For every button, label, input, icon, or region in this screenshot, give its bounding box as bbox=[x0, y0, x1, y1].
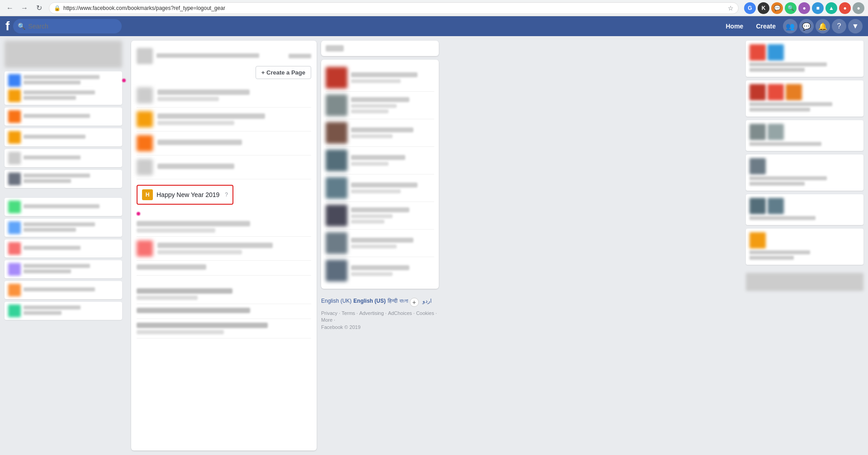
pink-dot bbox=[137, 212, 140, 216]
suggestion-item[interactable] bbox=[326, 147, 434, 174]
separator: · bbox=[334, 317, 335, 323]
pages-panel: + Create a Page bbox=[131, 41, 317, 450]
left-item-11[interactable] bbox=[5, 281, 122, 299]
far-right-group-1 bbox=[746, 41, 863, 77]
ext-icon-7[interactable]: ▲ bbox=[825, 2, 837, 14]
page-item[interactable] bbox=[137, 319, 311, 338]
highlighted-item-wrapper[interactable]: H Happy New Year 2019 ? bbox=[137, 185, 233, 205]
left-top-blur bbox=[5, 41, 122, 68]
page-item[interactable] bbox=[137, 261, 311, 276]
lang-hindi[interactable]: हिन्दी bbox=[388, 298, 398, 307]
page-item[interactable] bbox=[137, 108, 311, 131]
suggestion-item[interactable] bbox=[326, 64, 434, 92]
messenger-icon[interactable]: 💬 bbox=[799, 19, 814, 33]
center-content: + Create a Page bbox=[127, 36, 741, 455]
left-item-3[interactable] bbox=[5, 108, 122, 126]
cookies-link[interactable]: Cookies bbox=[416, 310, 434, 316]
main-layout: + Create a Page bbox=[0, 36, 868, 455]
left-item-12[interactable] bbox=[5, 302, 122, 320]
facebook-navbar: f 🔍 Home Create 👥 💬 🔔 ? ▼ bbox=[0, 16, 868, 36]
suggestion-item[interactable] bbox=[326, 230, 434, 257]
ext-icon-6[interactable]: ■ bbox=[812, 2, 824, 14]
page-item[interactable] bbox=[137, 155, 311, 179]
far-right-group-2 bbox=[746, 80, 863, 117]
page-item[interactable] bbox=[137, 304, 311, 319]
ext-icon-9[interactable]: ● bbox=[853, 2, 864, 14]
suggestion-item[interactable] bbox=[326, 257, 434, 284]
privacy-link[interactable]: Privacy bbox=[321, 310, 337, 316]
footer-legal-links: Privacy · Terms · Advertising · AdChoice… bbox=[321, 310, 439, 323]
suggestion-item[interactable] bbox=[326, 202, 434, 230]
help-icon[interactable]: ? bbox=[832, 19, 846, 33]
separator: · bbox=[356, 310, 358, 316]
separator: · bbox=[339, 310, 340, 316]
reload-button[interactable]: ↻ bbox=[33, 2, 45, 14]
left-item-2[interactable] bbox=[5, 87, 122, 105]
notifications-icon[interactable]: 🔔 bbox=[816, 19, 830, 33]
left-item-5[interactable] bbox=[5, 149, 122, 167]
lang-english-us[interactable]: English (US) bbox=[353, 298, 385, 307]
separator: · bbox=[436, 310, 437, 316]
page-icon: H bbox=[142, 189, 153, 200]
lang-bangla[interactable]: বাংলা bbox=[399, 298, 408, 307]
left-item-8[interactable] bbox=[5, 219, 122, 237]
create-page-button[interactable]: + Create a Page bbox=[256, 66, 311, 79]
right-header-block bbox=[321, 41, 439, 56]
home-nav-link[interactable]: Home bbox=[721, 20, 749, 33]
create-nav-link[interactable]: Create bbox=[750, 20, 781, 33]
address-bar[interactable]: 🔒 https://www.facebook.com/bookmarks/pag… bbox=[49, 2, 739, 14]
left-item-7[interactable] bbox=[5, 198, 122, 216]
nav-links: Home Create 👥 💬 🔔 ? ▼ bbox=[721, 19, 863, 33]
far-right-group-6 bbox=[746, 229, 863, 265]
more-link[interactable]: More bbox=[321, 317, 332, 323]
highlighted-page-item[interactable]: H Happy New Year 2019 ? bbox=[137, 179, 311, 210]
suggestion-item[interactable] bbox=[326, 119, 434, 147]
browser-nav-buttons: ← → ↻ bbox=[4, 2, 45, 14]
separator: · bbox=[413, 310, 415, 316]
menu-chevron-icon[interactable]: ▼ bbox=[848, 19, 863, 33]
search-bar[interactable]: 🔍 bbox=[13, 19, 122, 33]
page-item[interactable] bbox=[137, 84, 311, 108]
left-item-9[interactable] bbox=[5, 239, 122, 258]
separator: · bbox=[385, 310, 387, 316]
lang-english-uk[interactable]: English (UK) bbox=[321, 298, 351, 307]
ext-icon-1[interactable]: G bbox=[744, 2, 756, 14]
ext-icon-2[interactable]: K bbox=[758, 2, 769, 14]
forward-button[interactable]: → bbox=[18, 2, 31, 14]
pages-panel-header: + Create a Page bbox=[131, 66, 317, 84]
question-icon: ? bbox=[225, 192, 228, 198]
search-icon: 🔍 bbox=[18, 23, 25, 30]
ext-icon-8[interactable]: ● bbox=[839, 2, 851, 14]
people-icon[interactable]: 👥 bbox=[783, 19, 797, 33]
advertising-link[interactable]: Advertising bbox=[359, 310, 384, 316]
language-links: English (UK) English (US) हिन्दी বাংলা +… bbox=[321, 298, 439, 307]
left-item-10[interactable] bbox=[5, 260, 122, 278]
page-name: Happy New Year 2019 bbox=[157, 191, 219, 198]
ext-icon-4[interactable]: 🔍 bbox=[785, 2, 797, 14]
page-item[interactable] bbox=[137, 285, 311, 304]
page-item[interactable] bbox=[137, 217, 311, 237]
far-right-sidebar bbox=[741, 36, 868, 455]
ext-icon-5[interactable]: ● bbox=[798, 2, 810, 14]
suggestions-panel bbox=[321, 60, 439, 289]
search-input[interactable] bbox=[28, 23, 114, 30]
ext-icon-3[interactable]: 💬 bbox=[771, 2, 783, 14]
left-sidebar bbox=[0, 36, 127, 455]
suggestion-item[interactable] bbox=[326, 92, 434, 119]
far-right-group-4 bbox=[746, 155, 863, 191]
add-language-button[interactable]: + bbox=[410, 298, 419, 307]
far-right-group-5 bbox=[746, 194, 863, 225]
back-button[interactable]: ← bbox=[4, 2, 16, 14]
footer-section: English (UK) English (US) हिन्दी বাংলা +… bbox=[321, 293, 439, 334]
browser-extensions: G K 💬 🔍 ● ■ ▲ ● ● bbox=[744, 2, 864, 14]
lang-urdu[interactable]: اردو bbox=[422, 298, 432, 307]
browser-chrome: ← → ↻ 🔒 https://www.facebook.com/bookmar… bbox=[0, 0, 868, 16]
adchoices-link[interactable]: AdChoices bbox=[388, 310, 412, 316]
left-item-4[interactable] bbox=[5, 128, 122, 146]
page-item[interactable] bbox=[137, 131, 311, 155]
far-right-group-3 bbox=[746, 120, 863, 151]
left-item-6[interactable] bbox=[5, 170, 122, 188]
terms-link[interactable]: Terms bbox=[342, 310, 355, 316]
suggestion-item[interactable] bbox=[326, 174, 434, 202]
page-item[interactable] bbox=[137, 237, 311, 261]
